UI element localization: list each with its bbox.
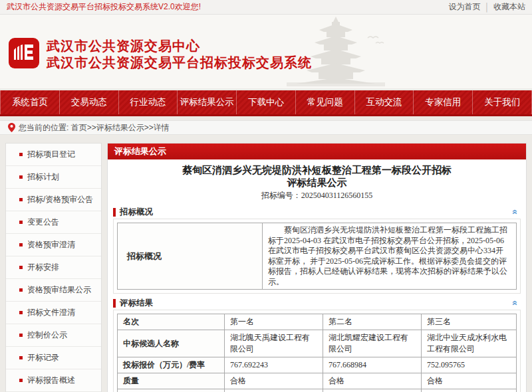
row-value: 540 [422,389,517,392]
overview-row-content: 蔡甸区消泗乡兴无垸堤防洪补短板整治工程第一标段工程施工招标于2025-04-03… [263,223,517,290]
row-value: 湖北凯耀宏建设工程有限公司 [323,330,422,357]
bullet-icon [19,288,23,292]
content-area: 招标项目登记招标计划招标/资格预审公告变更公告资格预审澄清开标安排资格预审结果公… [0,135,532,392]
sidebar-item-1[interactable]: 招标项目登记 [6,144,101,166]
row-label: 工期（交货期、服务期） [118,389,225,392]
overview-row-label: 招标概况 [118,223,263,290]
bullet-icon [19,379,23,382]
table-row: 名次第一名第二名第三名 [118,314,517,330]
red-bar-icon [113,208,116,217]
row-value: 合格 [422,373,517,389]
section-title-result: 评标结果 [120,298,153,309]
sidebar-item-8[interactable]: 招标文件澄清 [6,302,101,324]
nav-item-7[interactable]: 互动交流 [355,90,414,114]
site-title-line1: 武汉市公共资源交易中心 [47,38,312,54]
table-row: 质量合格合格合格 [118,373,517,389]
nav-items: 系统首页交易动态行业动态评标结果公示下载中心常见问题互动交流专家信用关于我们 [0,90,532,114]
row-label: 投标报价（万元）/费率 [118,357,225,373]
nav-item-8[interactable]: 专家信用 [414,90,473,114]
nav-item-6[interactable]: 常见问题 [296,90,355,114]
site-title: 武汉市公共资源交易中心 武汉市公共资源交易平台招标投标交易系统 [47,38,312,71]
overview-section-box: 招标概况 蔡甸区消泗乡兴无垸堤防洪补短板整治工程第一标段工程施工招标于2025-… [113,219,521,294]
row-value: 540 [323,389,422,392]
bullet-icon [19,311,23,314]
sidebar-item-4[interactable]: 变更公告 [6,211,101,234]
table-row: 招标概况 蔡甸区消泗乡兴无垸堤防洪补短板整治工程第一标段工程施工招标于2025-… [118,223,517,290]
sidebar-item-label: 开标安排 [27,262,59,273]
bullet-icon [19,153,23,156]
breadcrumb-text: 您当前的位置: 首页>>评标结果公示>>详情 [19,122,170,134]
bullet-icon [19,334,23,337]
sidebar-item-7[interactable]: 资格预审结果公示 [6,279,101,302]
document-title-line1: 蔡甸区消泗乡兴无垸堤防洪补短板整治工程第一标段公开招标 [116,164,518,175]
nav-item-9[interactable]: 关于我们 [473,90,532,114]
document-title-line2: 评标结果公示 [116,177,518,188]
topbar-links: 设为首页 │ 收藏本站 [449,1,526,13]
red-bar-icon [113,299,116,308]
sidebar-item-label: 招标/资格预审公告 [27,194,93,205]
section-title-overview: 招标概况 [120,207,153,218]
bullet-icon [19,243,23,246]
nav-item-2[interactable]: 交易动态 [60,90,119,114]
nav-item-4[interactable]: 评标结果公示 [178,90,237,114]
row-value: 752.095765 [422,357,517,373]
row-value: 合格 [225,373,323,389]
bid-number: 招标编号：202504031126560155 [116,190,518,201]
site-logo-icon [9,38,39,68]
nav-item-3[interactable]: 行业动态 [119,90,178,114]
section-header-result: 评标结果 « [113,298,521,308]
sidebar-item-11[interactable]: 评标报告概述 [6,369,101,392]
row-value: 湖北中业天成水利水电工程有限公司 [422,330,517,357]
section-header-overview: 招标概况 « [113,207,521,217]
bid-number-value: 202504031126560155 [301,191,373,200]
nav-item-1[interactable]: 系统首页 [0,90,60,114]
chevron-double-up-icon[interactable]: « [511,300,520,306]
set-home-link[interactable]: 设为首页 [449,1,481,13]
row-label: 质量 [118,373,225,389]
chevron-double-up-icon[interactable]: « [511,209,520,215]
table-row: 投标报价（万元）/费率767.692243767.668984752.09576… [118,357,517,373]
bullet-icon [19,266,23,269]
result-table: 名次第一名第二名第三名中标候选人名称湖北魄天禹建设工程有限公司湖北凯耀宏建设工程… [117,314,517,392]
bullet-icon [19,175,23,179]
row-value: 湖北魄天禹建设工程有限公司 [225,330,323,357]
main-nav: 系统首页交易动态行业动态评标结果公示下载中心常见问题互动交流专家信用关于我们 [0,90,532,116]
nav-item-5[interactable]: 下载中心 [237,90,296,114]
sidebar-item-6[interactable]: 开标安排 [6,256,101,279]
sidebar-item-5[interactable]: 资格预审澄清 [6,234,101,256]
sidebar-item-label: 评标报告概述 [27,375,75,386]
row-value: 合格 [323,373,422,389]
site-title-line2: 武汉市公共资源交易平台招标投标交易系统 [47,54,312,71]
bullet-icon [19,221,23,224]
sidebar-item-label: 招标文件澄清 [27,307,75,318]
table-row: 中标候选人名称湖北魄天禹建设工程有限公司湖北凯耀宏建设工程有限公司湖北中业天成水… [118,330,517,357]
row-label: 中标候选人名称 [118,330,225,357]
main-panel: 评标结果公示 蔡甸区消泗乡兴无垸堤防洪补短板整治工程第一标段公开招标 评标结果公… [107,143,527,392]
bullet-icon [19,198,23,201]
document-title-block: 蔡甸区消泗乡兴无垸堤防洪补短板整治工程第一标段公开招标 评标结果公示 招标编号：… [108,159,526,203]
sidebar-item-label: 资格预审澄清 [27,239,75,250]
sidebar-item-9[interactable]: 控制价公示 [6,324,101,347]
row-value: 540 [225,389,323,392]
bullet-icon [19,356,23,359]
sidebar-item-10[interactable]: 开标记录 [6,347,101,369]
row-value: 767.692243 [225,357,323,373]
table-row: 工期（交货期、服务期）540540540 [118,389,517,392]
welcome-text: 武汉市公共资源交易平台招标投标交易系统V2.0欢迎您! [7,1,201,13]
result-section-box: 名次第一名第二名第三名中标候选人名称湖北魄天禹建设工程有限公司湖北凯耀宏建设工程… [113,310,521,392]
overview-table: 招标概况 蔡甸区消泗乡兴无垸堤防洪补短板整治工程第一标段工程施工招标于2025-… [117,223,517,290]
row-value: 第一名 [225,314,323,330]
row-value: 767.668984 [323,357,422,373]
sidebar-item-3[interactable]: 招标/资格预审公告 [6,189,101,211]
panel-title: 评标结果公示 [108,144,526,159]
location-pin-icon [8,123,15,132]
sidebar-item-label: 开标记录 [27,352,59,363]
favorite-link[interactable]: 收藏本站 [493,1,525,13]
divider: │ [485,3,490,12]
sidebar-item-2[interactable]: 招标计划 [6,166,101,189]
topbar: 武汉市公共资源交易平台招标投标交易系统V2.0欢迎您! 设为首页 │ 收藏本站 [0,0,532,15]
row-label: 名次 [118,314,225,330]
sidebar-item-label: 资格预审结果公示 [27,284,91,296]
row-value: 第二名 [323,314,422,330]
bid-number-label: 招标编号： [261,191,301,200]
